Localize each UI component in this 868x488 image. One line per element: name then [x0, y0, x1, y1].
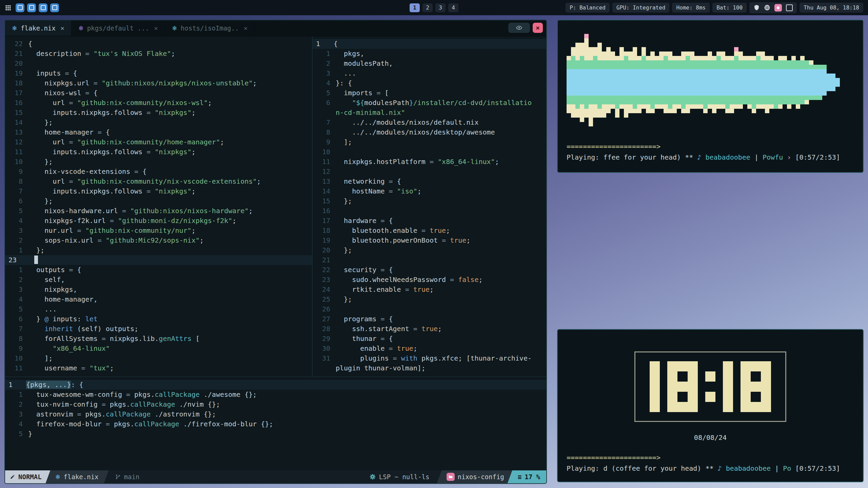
code-line: 12: [313, 167, 546, 177]
branch-icon: [115, 474, 121, 480]
line-number: 15: [313, 196, 336, 206]
code-line: 1{: [313, 39, 546, 49]
app-launcher-icon[interactable]: [5, 4, 12, 11]
tab-hosts-isoimag-[interactable]: ❄hosts/isoImag..×: [165, 20, 255, 36]
code-line: 28 ssh.startAgent = true;: [313, 324, 546, 334]
tabline-controls: ×: [508, 23, 543, 33]
globe-icon[interactable]: [764, 4, 770, 11]
clock-display: [634, 351, 786, 422]
line-number: 11: [5, 363, 28, 373]
folder-icon: [447, 473, 455, 481]
line-number: 17: [5, 88, 28, 98]
pinned-app-icon[interactable]: [27, 3, 36, 12]
workspace-tag-4[interactable]: 4: [448, 3, 458, 12]
line-number: 23: [313, 275, 336, 285]
line-number: 26: [313, 304, 336, 314]
line-number: 14: [5, 118, 28, 127]
line-number: 1: [313, 39, 334, 49]
clock-digit: [667, 361, 698, 412]
line-number: 18: [313, 226, 336, 236]
code-line: 1 pkgs,: [313, 49, 546, 59]
now-playing: Playing: d (coffee for your head) ** ♪ b…: [567, 464, 840, 473]
line-number: 17: [313, 216, 336, 226]
code-line: 21: [313, 255, 546, 265]
pinned-app-icon[interactable]: [50, 3, 59, 12]
window-close-button[interactable]: ×: [533, 23, 543, 33]
panel-toggle-button[interactable]: [508, 23, 530, 33]
code-line: 18 nixpkgs.url = "github:nixos/nixpkgs/n…: [5, 78, 312, 88]
visualizer-terminal[interactable]: ======================> Playing: ffee fo…: [557, 20, 864, 173]
pinned-app-icon[interactable]: [39, 3, 47, 12]
tab-flake-nix[interactable]: ❄flake.nix×: [5, 20, 72, 36]
editor-window[interactable]: ❄flake.nix×❄pkgs/default ...×❄hosts/isoI…: [4, 20, 547, 484]
code-line: 20: [5, 59, 312, 68]
code-line: 5}: [5, 429, 546, 439]
line-number: 21: [313, 255, 336, 265]
tray: [749, 2, 797, 13]
tab-label: hosts/isoImag..: [181, 24, 239, 32]
pane-pkgs-default[interactable]: 1{pkgs, ...}: {1 tux-awesome-wm-config =…: [5, 377, 546, 470]
line-number: 20: [313, 245, 336, 255]
color-picker-icon[interactable]: [774, 4, 782, 12]
tab-close-icon[interactable]: ×: [60, 24, 64, 32]
scroll-progress: ≡ 17 %: [508, 470, 546, 483]
line-number: 6: [313, 98, 336, 108]
editor-cursor: [34, 256, 38, 264]
line-number: 12: [5, 137, 28, 147]
code-line: 6 } @ inputs: let: [5, 314, 312, 324]
tray-square-icon[interactable]: [786, 4, 793, 11]
workspace-tag-2[interactable]: 2: [422, 3, 433, 12]
clock-terminal[interactable]: 08/08/24 ======================> Playing…: [557, 329, 864, 482]
line-number: 19: [5, 68, 28, 78]
code-line: 1 };: [5, 245, 312, 255]
tab-close-icon[interactable]: ×: [243, 24, 248, 32]
code-line: 13 home-manager = {: [5, 127, 312, 137]
clock-widget[interactable]: Thu Aug 08, 18:18: [800, 3, 863, 13]
status-segment[interactable]: Bat: 100: [712, 3, 747, 13]
pane-flake-nix[interactable]: 22{21 description = "tux's NixOS Flake";…: [5, 36, 312, 377]
status-segment[interactable]: GPU: Integrated: [612, 3, 670, 13]
code-line: 10 ];: [5, 353, 312, 363]
code-line: 3 nixpkgs,: [5, 285, 312, 294]
line-number: 15: [5, 108, 28, 118]
workspace-tags: 1234: [410, 3, 458, 12]
code-line: 5 imports = [: [313, 88, 546, 98]
shield-icon[interactable]: [753, 4, 760, 11]
code-line: 11 username = "tux";: [5, 363, 312, 373]
top-bar: 1234 P: BalancedGPU: IntegratedHome: 8ms…: [0, 0, 868, 15]
tab-label: flake.nix: [21, 24, 56, 32]
workspace-tag-3[interactable]: 3: [435, 3, 446, 12]
tab-close-icon[interactable]: ×: [154, 24, 158, 32]
line-number: 21: [5, 49, 28, 59]
code-line: 8 ../../modules/nixos/desktop/awesome: [313, 127, 546, 137]
mode-indicator: NORMAL: [5, 470, 51, 483]
line-number: 1: [5, 265, 28, 275]
code-line: 17 hardware = {: [313, 216, 546, 226]
code-line: 20 };: [313, 245, 546, 255]
code-line: 9 "x86_64-linux": [5, 344, 312, 353]
tab-pkgs-default-[interactable]: ❄pkgs/default ...×: [72, 20, 165, 36]
line-number: 8: [5, 334, 28, 344]
line-number: 23: [5, 255, 26, 265]
code-line: 17 nixos-wsl = {: [5, 88, 312, 98]
code-line: 19 bluetooth.powerOnBoot = true;: [313, 236, 546, 245]
code-line: 1 outputs = {: [5, 265, 312, 275]
code-line: 26: [313, 304, 546, 314]
workspace-tag-1[interactable]: 1: [410, 3, 420, 12]
pinned-app-icon[interactable]: [16, 3, 24, 12]
line-number: 1: [5, 380, 26, 390]
gear-icon: [369, 473, 376, 480]
mode-label: NORMAL: [18, 473, 42, 481]
line-number: 10: [313, 147, 336, 157]
code-line: 7 ../../modules/nixos/default.nix: [313, 118, 546, 127]
status-segment[interactable]: Home: 8ms: [672, 3, 710, 13]
status-segment[interactable]: P: Balanced: [566, 3, 610, 13]
line-number: 20: [5, 59, 28, 68]
pane-iso-image[interactable]: 1{1 pkgs,2 modulesPath,3 ...4}: {5 impor…: [313, 36, 546, 377]
editor-splits: 22{21 description = "tux's NixOS Flake";…: [5, 36, 546, 377]
code-line: 10: [313, 147, 546, 157]
code-line: 2 tux-nvim-config = pkgs.callPackage ./n…: [5, 400, 546, 409]
pinned-apps: [16, 3, 59, 12]
line-number: 10: [5, 157, 28, 167]
nix-snowflake-icon: ❄: [172, 24, 177, 32]
